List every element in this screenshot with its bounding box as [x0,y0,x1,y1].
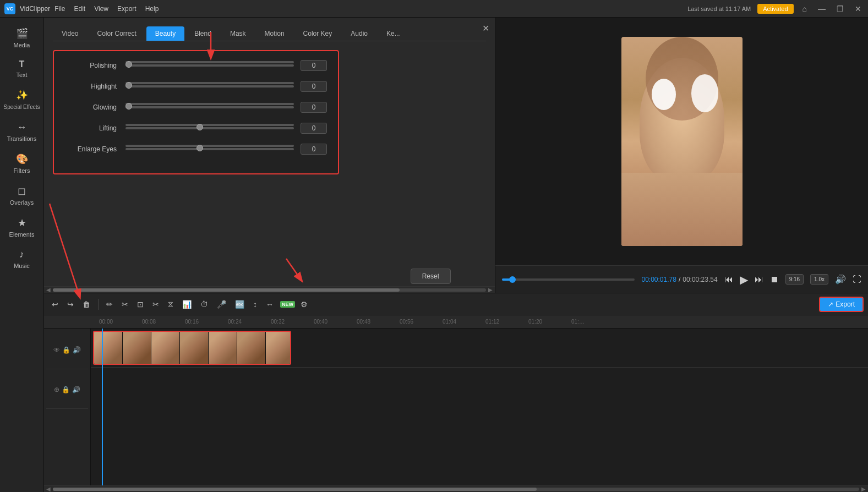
polishing-label: Polishing [65,62,125,69]
tab-color-key[interactable]: Color Key [294,26,341,41]
volume-button[interactable]: 🔊 [835,274,846,285]
ruler-mark-9: 01:12 [485,319,499,325]
track-add-button[interactable]: ⊕ [54,386,59,393]
play-button[interactable]: ▶ [740,273,748,286]
sidebar-item-music[interactable]: ♪ Music [0,243,43,275]
export-button[interactable]: ↗ Export [819,297,864,312]
menu-edit[interactable]: Edit [74,5,86,13]
polishing-slider[interactable] [125,61,294,63]
timeline-scrollbar[interactable]: ◀ ▶ [44,485,868,492]
polishing-value[interactable] [301,60,327,71]
glowing-value[interactable] [301,102,327,113]
chart-button[interactable]: 📊 [179,298,195,311]
menu-export[interactable]: Export [117,5,137,13]
aspect-ratio-button[interactable]: 9:16 [785,274,804,285]
tab-motion[interactable]: Motion [256,26,293,41]
cut-button[interactable]: ✂ [118,298,132,311]
activated-button[interactable]: Activated [757,4,793,14]
sidebar: 🎬 Media T Text ✨ Special Effects ↔ Trans… [0,18,44,492]
ruler-mark-11: 01:… [571,319,585,325]
track-eye-button[interactable]: 👁 [53,346,60,354]
mic-button[interactable]: 🎤 [214,298,230,311]
text-track-button[interactable]: 🔤 [232,298,248,311]
app-title: VidClipper [20,5,50,13]
keyframe-button[interactable]: ⧖ [165,297,177,311]
next-frame-button[interactable]: ⏭ [755,275,763,285]
track-lock-button[interactable]: 🔒 [62,346,70,354]
scroll-thumb[interactable] [53,288,400,292]
scroll-track[interactable] [53,288,486,292]
timer-button[interactable]: ⏱ [197,298,211,311]
ruler-mark-4: 00:32 [271,319,285,325]
reset-button[interactable]: Reset [411,269,451,284]
track-lock-2-button[interactable]: 🔒 [62,386,70,393]
sidebar-item-overlays[interactable]: ◻ Overlays [0,179,43,211]
sidebar-item-elements[interactable]: ★ Elements [0,211,43,243]
timeline-scroll-right[interactable]: ▶ [861,486,866,492]
time-current: 00:00:01.78 [641,276,676,283]
highlight-slider[interactable] [125,82,294,84]
track-audio-2-button[interactable]: 🔊 [72,386,80,393]
minimize-button[interactable]: — [816,4,828,13]
track-ctrl-row-1: 👁 🔒 🔊 [46,331,88,369]
tab-video[interactable]: Video [53,26,87,41]
enlarge-eyes-row: Enlarge Eyes [65,144,327,155]
sidebar-item-transitions[interactable]: ↔ Transitions [0,116,43,147]
crop-button[interactable]: ✂ [149,298,162,311]
timeline-scroll-thumb[interactable] [53,488,537,491]
video-track: portraitSample_video.mp4 [91,329,868,367]
lifting-value[interactable] [301,123,327,134]
home-button[interactable]: ⌂ [800,4,809,13]
delete-button[interactable]: 🗑 [79,298,94,311]
enlarge-eyes-slider[interactable] [125,145,294,147]
clip-frame-6 [237,332,266,364]
sidebar-item-media[interactable]: 🎬 Media [0,22,43,54]
tab-mask[interactable]: Mask [221,26,255,41]
close-button[interactable]: ✕ [853,4,864,13]
flip-v-button[interactable]: ↕ [250,298,260,311]
flip-h-button[interactable]: ↔ [263,298,277,311]
clip-frame-3 [151,332,180,364]
sidebar-label-overlays: Overlays [10,199,34,206]
sidebar-item-filters[interactable]: 🎨 Filters [0,147,43,179]
tab-ke[interactable]: Ke... [378,26,409,41]
menu-view[interactable]: View [94,5,108,13]
lifting-slider[interactable] [125,124,294,126]
new-badge: NEW [280,301,295,308]
close-panel-button[interactable]: ✕ [482,23,489,34]
fullscreen-button[interactable]: ⛶ [853,275,861,285]
scroll-right-arrow[interactable]: ▶ [488,287,493,293]
video-clip[interactable]: portraitSample_video.mp4 [93,331,291,365]
stop-button[interactable]: ⏹ [770,275,779,285]
highlight-row: Highlight [65,81,327,92]
tab-beauty[interactable]: Beauty [146,26,184,41]
enlarge-eyes-value[interactable] [301,144,327,155]
edit-button[interactable]: ✏ [103,298,116,311]
time-total: 00:00:23.54 [683,276,717,283]
undo-button[interactable]: ↩ [48,298,62,311]
menu-file[interactable]: File [54,5,65,13]
menu-help[interactable]: Help [145,5,159,13]
tab-color-correct[interactable]: Color Correct [88,26,145,41]
redo-button[interactable]: ↪ [64,298,77,311]
glowing-slider[interactable] [125,103,294,105]
split-button[interactable]: ⊡ [134,298,147,311]
extra-button[interactable]: ⚙ [297,298,311,311]
ruler-mark-8: 01:04 [443,319,456,325]
tab-audio[interactable]: Audio [342,26,376,41]
ruler-mark-2: 00:16 [185,319,199,325]
scroll-left-arrow[interactable]: ◀ [46,287,51,293]
sidebar-item-text[interactable]: T Text [0,54,43,84]
preview-progress-bar[interactable] [502,278,635,281]
panel-scrollbar[interactable]: ◀ ▶ [44,286,495,293]
timeline-scroll-left[interactable]: ◀ [46,486,51,492]
restore-button[interactable]: ❐ [834,4,846,13]
content-area: ✕ Video Color Correct Beauty Blend Mask … [44,18,868,492]
prev-frame-button[interactable]: ⏮ [724,275,733,285]
track-audio-button[interactable]: 🔊 [73,346,81,354]
tab-blend[interactable]: Blend [185,26,220,41]
sidebar-item-special-effects[interactable]: ✨ Special Effects [0,84,43,116]
timeline-scroll-track[interactable] [53,488,859,491]
speed-button[interactable]: 1.0x [810,274,828,285]
highlight-value[interactable] [301,81,327,92]
